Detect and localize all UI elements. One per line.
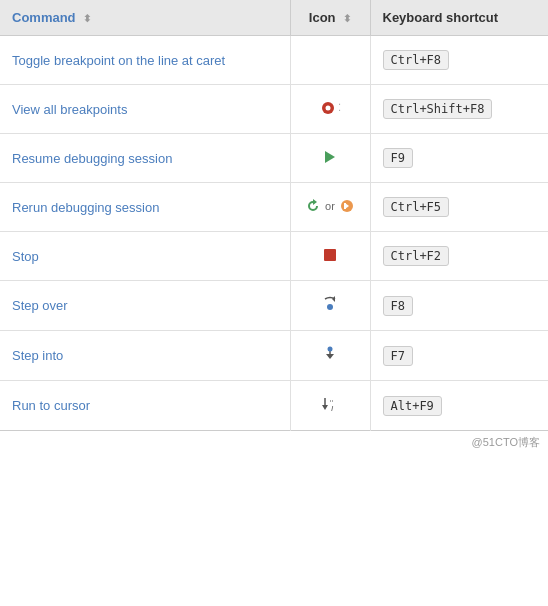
table-row: Rerun debugging session or Ctrl+F5: [0, 183, 548, 232]
keyboard-shortcut-badge: F7: [383, 346, 413, 366]
svg-point-6: [327, 304, 333, 310]
shortcut-cell: F9: [370, 134, 548, 183]
svg-marker-2: [325, 151, 335, 163]
icon-cell: [290, 331, 370, 381]
svg-marker-8: [326, 354, 334, 359]
keyboard-shortcut-badge: F8: [383, 296, 413, 316]
keyboard-shortcut-badge: Ctrl+F8: [383, 50, 450, 70]
command-cell[interactable]: Toggle breakpoint on the line at caret: [0, 36, 290, 85]
shortcut-cell: Ctrl+F5: [370, 183, 548, 232]
command-cell[interactable]: Step into: [0, 331, 290, 381]
keyboard-shortcut-badge: Ctrl+Shift+F8: [383, 99, 493, 119]
shortcut-cell: F7: [370, 331, 548, 381]
command-cell[interactable]: View all breakpoints: [0, 85, 290, 134]
table-row: Resume debugging session F9: [0, 134, 548, 183]
table-row: Toggle breakpoint on the line at caretCt…: [0, 36, 548, 85]
icon-cell: I: [290, 381, 370, 431]
svg-rect-4: [324, 249, 336, 261]
shortcuts-table: Command ⬍ Icon ⬍ Keyboard shortcut Toggl…: [0, 0, 548, 431]
sort-icon-command[interactable]: ⬍: [83, 13, 91, 24]
icon-cell: [290, 134, 370, 183]
command-cell[interactable]: Run to cursor: [0, 381, 290, 431]
table-row: Run to cursor I Alt+F9: [0, 381, 548, 431]
shortcut-cell: Ctrl+F8: [370, 36, 548, 85]
keyboard-shortcut-badge: Ctrl+F2: [383, 246, 450, 266]
shortcut-cell: Ctrl+Shift+F8: [370, 85, 548, 134]
keyboard-shortcut-badge: Ctrl+F5: [383, 197, 450, 217]
column-header-command[interactable]: Command ⬍: [0, 0, 290, 36]
sort-icon-icon[interactable]: ⬍: [343, 13, 351, 24]
command-cell[interactable]: Rerun debugging session: [0, 183, 290, 232]
svg-marker-11: [322, 405, 328, 410]
icon-cell: [290, 36, 370, 85]
icon-cell: [290, 232, 370, 281]
table-row: Step into F7: [0, 331, 548, 381]
table-row: Step over F8: [0, 281, 548, 331]
shortcut-cell: F8: [370, 281, 548, 331]
command-cell[interactable]: Stop: [0, 232, 290, 281]
column-header-icon[interactable]: Icon ⬍: [290, 0, 370, 36]
command-cell[interactable]: Step over: [0, 281, 290, 331]
watermark: @51CTO博客: [0, 431, 548, 454]
icon-cell: or: [290, 183, 370, 232]
icon-cell: [290, 281, 370, 331]
command-cell[interactable]: Resume debugging session: [0, 134, 290, 183]
svg-text:I: I: [331, 404, 334, 413]
svg-marker-5: [332, 296, 335, 302]
shortcut-cell: Alt+F9: [370, 381, 548, 431]
svg-point-1: [325, 105, 330, 110]
keyboard-shortcut-badge: F9: [383, 148, 413, 168]
svg-point-9: [328, 347, 333, 352]
table-row: View all breakpoints ⁚ Ctrl+Shift+F8: [0, 85, 548, 134]
keyboard-shortcut-badge: Alt+F9: [383, 396, 442, 416]
shortcut-cell: Ctrl+F2: [370, 232, 548, 281]
table-row: Stop Ctrl+F2: [0, 232, 548, 281]
column-header-shortcut: Keyboard shortcut: [370, 0, 548, 36]
icon-cell: ⁚: [290, 85, 370, 134]
